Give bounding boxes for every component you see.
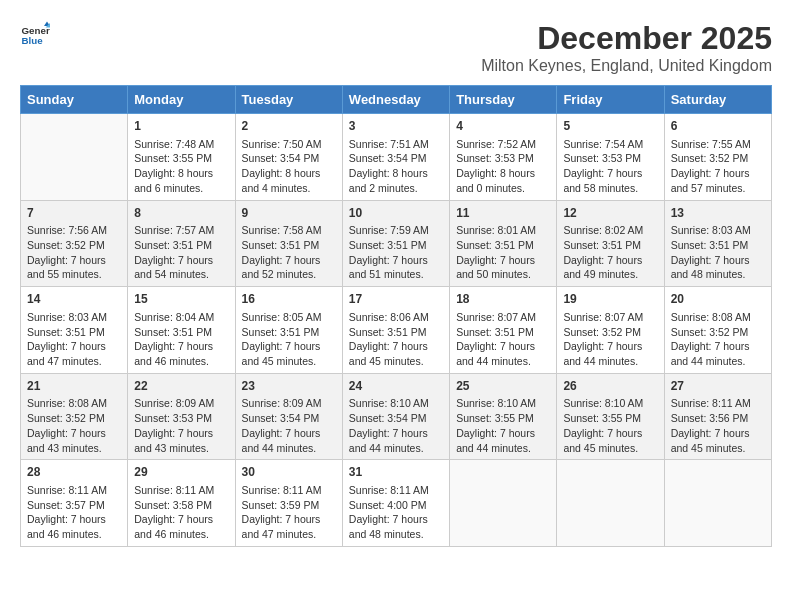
day-number: 27 [671, 378, 765, 395]
day-number: 10 [349, 205, 443, 222]
day-info: Sunrise: 8:03 AM Sunset: 3:51 PM Dayligh… [27, 310, 121, 369]
calendar-cell: 7Sunrise: 7:56 AM Sunset: 3:52 PM Daylig… [21, 200, 128, 287]
day-info: Sunrise: 7:55 AM Sunset: 3:52 PM Dayligh… [671, 137, 765, 196]
day-number: 8 [134, 205, 228, 222]
calendar-cell: 11Sunrise: 8:01 AM Sunset: 3:51 PM Dayli… [450, 200, 557, 287]
logo-icon: General Blue [20, 20, 50, 50]
calendar-cell: 6Sunrise: 7:55 AM Sunset: 3:52 PM Daylig… [664, 114, 771, 201]
day-info: Sunrise: 8:11 AM Sunset: 4:00 PM Dayligh… [349, 483, 443, 542]
day-info: Sunrise: 8:08 AM Sunset: 3:52 PM Dayligh… [671, 310, 765, 369]
day-number: 3 [349, 118, 443, 135]
column-header-saturday: Saturday [664, 86, 771, 114]
svg-text:Blue: Blue [22, 35, 44, 46]
day-number: 4 [456, 118, 550, 135]
day-info: Sunrise: 8:09 AM Sunset: 3:53 PM Dayligh… [134, 396, 228, 455]
column-header-tuesday: Tuesday [235, 86, 342, 114]
day-info: Sunrise: 8:05 AM Sunset: 3:51 PM Dayligh… [242, 310, 336, 369]
day-info: Sunrise: 8:11 AM Sunset: 3:59 PM Dayligh… [242, 483, 336, 542]
calendar-week-row: 14Sunrise: 8:03 AM Sunset: 3:51 PM Dayli… [21, 287, 772, 374]
calendar-cell: 24Sunrise: 8:10 AM Sunset: 3:54 PM Dayli… [342, 373, 449, 460]
calendar-table: SundayMondayTuesdayWednesdayThursdayFrid… [20, 85, 772, 547]
page-header: General Blue December 2025 Milton Keynes… [20, 20, 772, 75]
day-number: 13 [671, 205, 765, 222]
calendar-cell: 4Sunrise: 7:52 AM Sunset: 3:53 PM Daylig… [450, 114, 557, 201]
calendar-week-row: 1Sunrise: 7:48 AM Sunset: 3:55 PM Daylig… [21, 114, 772, 201]
day-info: Sunrise: 7:57 AM Sunset: 3:51 PM Dayligh… [134, 223, 228, 282]
calendar-cell: 2Sunrise: 7:50 AM Sunset: 3:54 PM Daylig… [235, 114, 342, 201]
calendar-cell: 15Sunrise: 8:04 AM Sunset: 3:51 PM Dayli… [128, 287, 235, 374]
day-number: 18 [456, 291, 550, 308]
day-info: Sunrise: 7:52 AM Sunset: 3:53 PM Dayligh… [456, 137, 550, 196]
column-header-monday: Monday [128, 86, 235, 114]
calendar-cell [557, 460, 664, 547]
day-number: 2 [242, 118, 336, 135]
day-number: 23 [242, 378, 336, 395]
calendar-cell: 12Sunrise: 8:02 AM Sunset: 3:51 PM Dayli… [557, 200, 664, 287]
day-number: 28 [27, 464, 121, 481]
day-info: Sunrise: 8:11 AM Sunset: 3:58 PM Dayligh… [134, 483, 228, 542]
day-info: Sunrise: 8:07 AM Sunset: 3:51 PM Dayligh… [456, 310, 550, 369]
calendar-cell: 27Sunrise: 8:11 AM Sunset: 3:56 PM Dayli… [664, 373, 771, 460]
day-number: 7 [27, 205, 121, 222]
day-number: 5 [563, 118, 657, 135]
day-info: Sunrise: 8:03 AM Sunset: 3:51 PM Dayligh… [671, 223, 765, 282]
day-number: 30 [242, 464, 336, 481]
day-info: Sunrise: 8:06 AM Sunset: 3:51 PM Dayligh… [349, 310, 443, 369]
calendar-cell [450, 460, 557, 547]
month-title: December 2025 [481, 20, 772, 57]
column-header-friday: Friday [557, 86, 664, 114]
column-header-thursday: Thursday [450, 86, 557, 114]
calendar-cell: 30Sunrise: 8:11 AM Sunset: 3:59 PM Dayli… [235, 460, 342, 547]
day-number: 16 [242, 291, 336, 308]
day-info: Sunrise: 8:04 AM Sunset: 3:51 PM Dayligh… [134, 310, 228, 369]
calendar-cell: 13Sunrise: 8:03 AM Sunset: 3:51 PM Dayli… [664, 200, 771, 287]
day-info: Sunrise: 7:58 AM Sunset: 3:51 PM Dayligh… [242, 223, 336, 282]
day-info: Sunrise: 8:08 AM Sunset: 3:52 PM Dayligh… [27, 396, 121, 455]
calendar-cell: 10Sunrise: 7:59 AM Sunset: 3:51 PM Dayli… [342, 200, 449, 287]
column-header-sunday: Sunday [21, 86, 128, 114]
calendar-cell: 22Sunrise: 8:09 AM Sunset: 3:53 PM Dayli… [128, 373, 235, 460]
day-info: Sunrise: 8:01 AM Sunset: 3:51 PM Dayligh… [456, 223, 550, 282]
day-number: 14 [27, 291, 121, 308]
column-header-wednesday: Wednesday [342, 86, 449, 114]
calendar-cell: 18Sunrise: 8:07 AM Sunset: 3:51 PM Dayli… [450, 287, 557, 374]
day-number: 12 [563, 205, 657, 222]
day-info: Sunrise: 7:51 AM Sunset: 3:54 PM Dayligh… [349, 137, 443, 196]
calendar-cell: 3Sunrise: 7:51 AM Sunset: 3:54 PM Daylig… [342, 114, 449, 201]
day-number: 20 [671, 291, 765, 308]
calendar-cell [664, 460, 771, 547]
calendar-cell: 19Sunrise: 8:07 AM Sunset: 3:52 PM Dayli… [557, 287, 664, 374]
day-number: 22 [134, 378, 228, 395]
day-info: Sunrise: 8:10 AM Sunset: 3:55 PM Dayligh… [563, 396, 657, 455]
calendar-header-row: SundayMondayTuesdayWednesdayThursdayFrid… [21, 86, 772, 114]
calendar-cell: 21Sunrise: 8:08 AM Sunset: 3:52 PM Dayli… [21, 373, 128, 460]
day-info: Sunrise: 7:59 AM Sunset: 3:51 PM Dayligh… [349, 223, 443, 282]
day-number: 6 [671, 118, 765, 135]
calendar-cell: 17Sunrise: 8:06 AM Sunset: 3:51 PM Dayli… [342, 287, 449, 374]
day-info: Sunrise: 8:10 AM Sunset: 3:55 PM Dayligh… [456, 396, 550, 455]
logo: General Blue [20, 20, 50, 50]
calendar-week-row: 21Sunrise: 8:08 AM Sunset: 3:52 PM Dayli… [21, 373, 772, 460]
calendar-cell: 16Sunrise: 8:05 AM Sunset: 3:51 PM Dayli… [235, 287, 342, 374]
calendar-cell: 14Sunrise: 8:03 AM Sunset: 3:51 PM Dayli… [21, 287, 128, 374]
day-info: Sunrise: 7:50 AM Sunset: 3:54 PM Dayligh… [242, 137, 336, 196]
day-number: 9 [242, 205, 336, 222]
calendar-cell: 9Sunrise: 7:58 AM Sunset: 3:51 PM Daylig… [235, 200, 342, 287]
day-number: 1 [134, 118, 228, 135]
title-block: December 2025 Milton Keynes, England, Un… [481, 20, 772, 75]
location: Milton Keynes, England, United Kingdom [481, 57, 772, 75]
day-info: Sunrise: 7:56 AM Sunset: 3:52 PM Dayligh… [27, 223, 121, 282]
day-number: 31 [349, 464, 443, 481]
day-number: 19 [563, 291, 657, 308]
calendar-cell: 20Sunrise: 8:08 AM Sunset: 3:52 PM Dayli… [664, 287, 771, 374]
calendar-cell: 31Sunrise: 8:11 AM Sunset: 4:00 PM Dayli… [342, 460, 449, 547]
day-info: Sunrise: 7:54 AM Sunset: 3:53 PM Dayligh… [563, 137, 657, 196]
calendar-cell [21, 114, 128, 201]
day-number: 24 [349, 378, 443, 395]
calendar-cell: 25Sunrise: 8:10 AM Sunset: 3:55 PM Dayli… [450, 373, 557, 460]
calendar-cell: 26Sunrise: 8:10 AM Sunset: 3:55 PM Dayli… [557, 373, 664, 460]
calendar-week-row: 28Sunrise: 8:11 AM Sunset: 3:57 PM Dayli… [21, 460, 772, 547]
day-info: Sunrise: 7:48 AM Sunset: 3:55 PM Dayligh… [134, 137, 228, 196]
day-info: Sunrise: 8:09 AM Sunset: 3:54 PM Dayligh… [242, 396, 336, 455]
calendar-cell: 1Sunrise: 7:48 AM Sunset: 3:55 PM Daylig… [128, 114, 235, 201]
